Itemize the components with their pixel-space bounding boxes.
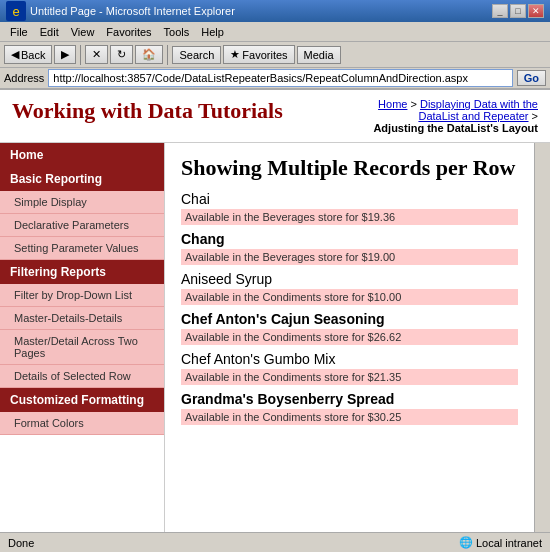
sidebar-section-customized-formatting: Customized Formatting (0, 388, 164, 412)
go-button[interactable]: Go (517, 70, 546, 86)
menu-bar: File Edit View Favorites Tools Help (0, 22, 550, 42)
product-desc: Available in the Condiments store for $2… (181, 369, 518, 385)
breadcrumb-home[interactable]: Home (378, 98, 407, 110)
sidebar-item-master-detail-pages[interactable]: Master/Detail Across Two Pages (0, 330, 164, 365)
sidebar-item-simple-display[interactable]: Simple Display (0, 191, 164, 214)
sidebar-item-declarative-parameters[interactable]: Declarative Parameters (0, 214, 164, 237)
product-desc: Available in the Condiments store for $1… (181, 289, 518, 305)
address-input[interactable] (48, 69, 512, 87)
window-controls[interactable]: _ □ ✕ (492, 4, 544, 18)
product-desc: Available in the Beverages store for $19… (181, 249, 518, 265)
toolbar: ◀ Back ▶ ✕ ↻ 🏠 Search ★ Favorites Media (0, 42, 550, 68)
sidebar-section-basic-reporting: Basic Reporting (0, 167, 164, 191)
product-desc: Available in the Condiments store for $2… (181, 329, 518, 345)
product-name: Chef Anton's Gumbo Mix (181, 351, 518, 367)
intranet-icon: 🌐 (459, 536, 473, 549)
ie-icon: e (6, 1, 26, 21)
content-title: Showing Multiple Records per Row (181, 155, 518, 181)
sidebar-item-format-colors[interactable]: Format Colors (0, 412, 164, 435)
product-list: Chai Available in the Beverages store fo… (181, 191, 518, 425)
forward-button[interactable]: ▶ (54, 45, 76, 64)
table-row: Chai Available in the Beverages store fo… (181, 191, 518, 225)
sidebar-item-master-details[interactable]: Master-Details-Details (0, 307, 164, 330)
sidebar-item-filter-dropdown[interactable]: Filter by Drop-Down List (0, 284, 164, 307)
sidebar-item-details-selected-row[interactable]: Details of Selected Row (0, 365, 164, 388)
menu-favorites[interactable]: Favorites (100, 24, 157, 40)
table-row: Chef Anton's Gumbo Mix Available in the … (181, 351, 518, 385)
breadcrumb-link1[interactable]: Displaying Data with the DataList and Re… (418, 98, 538, 122)
breadcrumb-current: Adjusting the DataList's Layout (373, 122, 538, 134)
product-name: Chai (181, 191, 518, 207)
scrollbar[interactable] (534, 143, 550, 532)
page-header: Working with Data Tutorials Home > Displ… (0, 90, 550, 143)
table-row: Chef Anton's Cajun Seasoning Available i… (181, 311, 518, 345)
status-right: 🌐 Local intranet (459, 536, 542, 549)
product-name: Aniseed Syrup (181, 271, 518, 287)
refresh-button[interactable]: ↻ (110, 45, 133, 64)
sidebar-home[interactable]: Home (0, 143, 164, 167)
search-button[interactable]: Search (172, 46, 221, 64)
menu-file[interactable]: File (4, 24, 34, 40)
stop-button[interactable]: ✕ (85, 45, 108, 64)
page-content: Working with Data Tutorials Home > Displ… (0, 90, 550, 532)
main-content-area: Showing Multiple Records per Row Chai Av… (165, 143, 534, 532)
product-desc: Available in the Condiments store for $3… (181, 409, 518, 425)
menu-edit[interactable]: Edit (34, 24, 65, 40)
maximize-button[interactable]: □ (510, 4, 526, 18)
minimize-button[interactable]: _ (492, 4, 508, 18)
product-name: Grandma's Boysenberry Spread (181, 391, 518, 407)
sidebar-item-setting-parameter-values[interactable]: Setting Parameter Values (0, 237, 164, 260)
breadcrumb: Home > Displaying Data with the DataList… (338, 98, 538, 134)
sidebar: Home Basic Reporting Simple Display Decl… (0, 143, 165, 532)
sidebar-section-filtering-reports: Filtering Reports (0, 260, 164, 284)
address-bar: Address Go (0, 68, 550, 90)
address-label: Address (4, 72, 44, 84)
product-desc: Available in the Beverages store for $19… (181, 209, 518, 225)
table-row: Grandma's Boysenberry Spread Available i… (181, 391, 518, 425)
status-bar: Done 🌐 Local intranet (0, 532, 550, 552)
table-row: Aniseed Syrup Available in the Condiment… (181, 271, 518, 305)
title-bar: e Untitled Page - Microsoft Internet Exp… (0, 0, 550, 22)
product-name: Chang (181, 231, 518, 247)
favorites-button[interactable]: ★ Favorites (223, 45, 294, 64)
menu-view[interactable]: View (65, 24, 101, 40)
intranet-status: 🌐 Local intranet (459, 536, 542, 549)
menu-tools[interactable]: Tools (158, 24, 196, 40)
product-name: Chef Anton's Cajun Seasoning (181, 311, 518, 327)
back-button[interactable]: ◀ Back (4, 45, 52, 64)
home-button[interactable]: 🏠 (135, 45, 163, 64)
window-title: Untitled Page - Microsoft Internet Explo… (30, 5, 235, 17)
close-button[interactable]: ✕ (528, 4, 544, 18)
table-row: Chang Available in the Beverages store f… (181, 231, 518, 265)
status-text: Done (8, 537, 34, 549)
menu-help[interactable]: Help (195, 24, 230, 40)
media-button[interactable]: Media (297, 46, 341, 64)
page-title: Working with Data Tutorials (12, 98, 283, 124)
main-layout: Home Basic Reporting Simple Display Decl… (0, 143, 550, 532)
